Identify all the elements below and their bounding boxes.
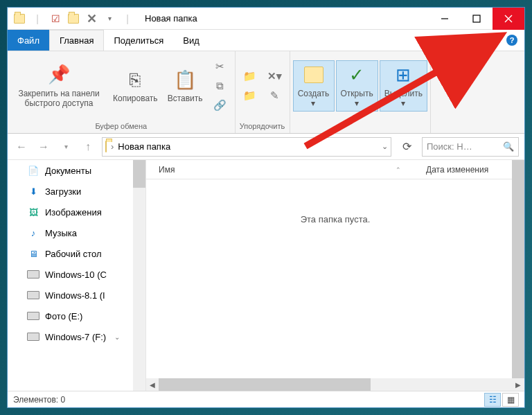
pin-button[interactable]: 📌 Закрепить на панели быстрого доступа [10, 61, 107, 112]
nav-item-music[interactable]: ♪Музыка [8, 222, 145, 243]
delete-icon[interactable]: ✕ [84, 11, 99, 26]
rename-icon[interactable]: ✎ [266, 87, 284, 105]
qat-separator: | [30, 11, 45, 26]
open-button[interactable]: ✓ Открыть▾ [336, 60, 378, 112]
tab-view[interactable]: Вид [173, 30, 209, 51]
pin-icon: 📌 [48, 64, 70, 86]
navigation-pane[interactable]: 📄Документы ⬇Загрузки 🖼Изображения ♪Музык… [8, 160, 146, 391]
tab-share[interactable]: Поделиться [104, 30, 173, 51]
copy-icon: ⎘ [124, 69, 146, 91]
nav-item-drive-i[interactable]: Windows-8.1 (I [8, 285, 145, 306]
scroll-right-icon[interactable]: ▶ [512, 378, 524, 391]
back-button[interactable]: ← [13, 139, 30, 155]
nav-item-drive-c[interactable]: Windows-10 (C [8, 264, 145, 285]
pictures-icon: 🖼 [27, 206, 39, 218]
navigation-bar: ← → ▾ ↑ › Новая папка ⌄ ⟳ Поиск: Н… 🔍 [8, 134, 524, 160]
nav-scrollbar[interactable] [133, 160, 145, 391]
content-area: 📄Документы ⬇Загрузки 🖼Изображения ♪Музык… [8, 160, 524, 391]
paste-shortcut-icon[interactable]: 🔗 [211, 96, 229, 114]
downloads-icon: ⬇ [27, 185, 39, 197]
ribbon-right: ⌃ ? [493, 30, 524, 51]
empty-folder-message: Эта папка пуста. [146, 179, 524, 378]
search-box[interactable]: Поиск: Н… 🔍 [422, 137, 519, 157]
scroll-left-icon[interactable]: ◀ [146, 378, 159, 391]
view-large-icons-button[interactable]: ▦ [502, 393, 519, 407]
move-to-icon[interactable]: 📁 [241, 67, 259, 85]
organize-col2: ✕▾ ✎ [263, 64, 287, 107]
recent-locations-icon[interactable]: ▾ [57, 139, 74, 155]
documents-icon: 📄 [27, 164, 39, 177]
tab-file[interactable]: Файл [8, 30, 49, 51]
column-headers: Имя⌃ Дата изменения [146, 160, 524, 179]
scroll-thumb[interactable] [159, 378, 371, 391]
select-label: Выделить▾ [384, 89, 423, 108]
drive-icon [27, 310, 39, 322]
main-scrollbar[interactable] [512, 160, 524, 378]
status-item-count: Элементов: 0 [13, 395, 65, 405]
new-folder-button[interactable]: Создать▾ [293, 60, 335, 112]
nav-item-drive-e[interactable]: Фото (E:) [8, 306, 145, 326]
properties-icon[interactable]: ☑ [48, 11, 63, 26]
address-path[interactable]: Новая папка [118, 141, 170, 152]
new-folder-big-icon [303, 64, 325, 86]
window-controls [429, 8, 524, 30]
organize-col1: 📁 📁 [238, 64, 262, 107]
forward-button[interactable]: → [35, 139, 52, 155]
paste-button[interactable]: 📋 Вставить [163, 66, 207, 106]
column-name[interactable]: Имя⌃ [146, 165, 414, 175]
address-bar[interactable]: › Новая папка ⌄ [102, 137, 391, 157]
new-folder-icon[interactable] [66, 11, 81, 26]
organize-group-label: Упорядочить [236, 121, 290, 133]
copy-path-icon[interactable]: ⧉ [211, 77, 229, 95]
view-details-button[interactable]: ☷ [484, 393, 501, 407]
paste-label: Вставить [168, 94, 203, 103]
delete-button-icon[interactable]: ✕▾ [266, 67, 284, 85]
copy-label: Копировать [113, 94, 158, 103]
new-group-spacer [290, 121, 431, 133]
copy-to-icon[interactable]: 📁 [241, 87, 259, 105]
clipboard-group-label: Буфер обмена [8, 121, 235, 133]
minimize-button[interactable] [429, 8, 461, 30]
qat-separator: | [120, 11, 135, 26]
up-button[interactable]: ↑ [80, 139, 96, 155]
horizontal-scrollbar[interactable]: ◀ ▶ [146, 378, 524, 391]
folder-icon [12, 11, 27, 26]
refresh-button[interactable]: ⟳ [397, 137, 416, 157]
copy-button[interactable]: ⎘ Копировать [109, 66, 162, 106]
svg-rect-1 [473, 15, 480, 22]
status-bar: Элементов: 0 ☷ ▦ [8, 391, 524, 407]
cut-icon[interactable]: ✂ [211, 58, 229, 76]
desktop-icon: 🖥 [27, 247, 39, 260]
breadcrumb-separator-icon: › [111, 141, 114, 152]
nav-item-desktop[interactable]: 🖥Рабочий стол [8, 243, 145, 264]
nav-item-drive-f[interactable]: Windows-7 (F:)⌄ [8, 326, 145, 347]
address-folder-icon [105, 141, 107, 152]
drive-icon [27, 268, 39, 281]
nav-item-documents[interactable]: 📄Документы [8, 160, 145, 181]
new-label: Создать▾ [298, 89, 330, 108]
nav-item-pictures[interactable]: 🖼Изображения [8, 202, 145, 222]
address-dropdown-icon[interactable]: ⌄ [382, 142, 388, 151]
ribbon-group-clipboard: 📌 Закрепить на панели быстрого доступа ⎘… [8, 51, 236, 133]
explorer-window: | ☑ ✕ ▾ | Новая папка Файл Главная Подел… [7, 7, 525, 408]
qat-dropdown-icon[interactable]: ▾ [102, 11, 117, 26]
select-button[interactable]: ⊞ Выделить▾ [380, 60, 427, 112]
ribbon-body: 📌 Закрепить на панели быстрого доступа ⎘… [8, 51, 524, 134]
ribbon-group-organize: 📁 📁 ✕▾ ✎ Упорядочить [236, 51, 290, 133]
search-icon: 🔍 [503, 141, 514, 152]
clipboard-small-buttons: ✂ ⧉ 🔗 [209, 55, 232, 117]
tab-home[interactable]: Главная [49, 30, 104, 51]
close-button[interactable] [493, 8, 524, 30]
nav-item-downloads[interactable]: ⬇Загрузки [8, 181, 145, 202]
ribbon-collapse-icon[interactable]: ⌃ [493, 35, 499, 45]
chevron-down-icon: ⌄ [114, 333, 120, 341]
music-icon: ♪ [27, 227, 39, 239]
ribbon-group-new: Создать▾ ✓ Открыть▾ ⊞ Выделить▾ [290, 51, 432, 133]
help-icon[interactable]: ? [506, 35, 517, 46]
sort-indicator-icon: ⌃ [396, 166, 401, 173]
search-placeholder: Поиск: Н… [427, 141, 472, 152]
window-title: Новая папка [139, 13, 429, 24]
column-modified[interactable]: Дата изменения [414, 165, 524, 175]
title-bar: | ☑ ✕ ▾ | Новая папка [8, 8, 524, 30]
maximize-button[interactable] [461, 8, 493, 30]
